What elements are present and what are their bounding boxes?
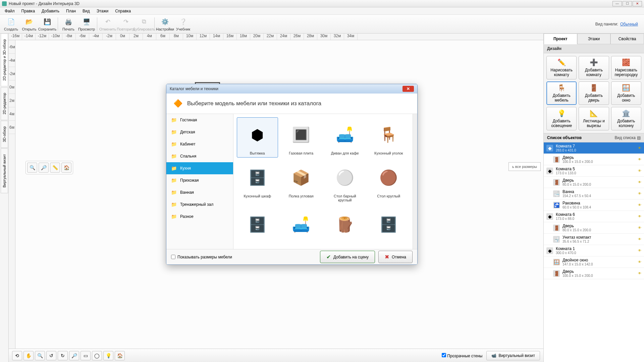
menu-добавить[interactable]: Добавить <box>38 8 63 14</box>
category-list[interactable]: 📁Гостиная📁Детская📁Кабинет📁Спальня📁Кухня📁… <box>166 114 233 249</box>
panel-tab-Проект[interactable]: Проект <box>544 34 577 44</box>
view-tab[interactable]: 2D-редактор <box>1 87 8 120</box>
rotate-right-icon[interactable]: ↻ <box>58 351 68 360</box>
list-mode-label[interactable]: Вид списка <box>615 135 636 140</box>
visibility-icon[interactable]: 👁 <box>638 272 641 275</box>
view-tab[interactable]: 2D-редактор и 3D-обзор <box>1 34 8 86</box>
scrollbar[interactable] <box>413 114 417 249</box>
object-item[interactable]: 🚪Дверь100.0 x 15.0 x 200.0👁 <box>544 154 644 165</box>
measure-icon[interactable]: 📏 <box>50 163 60 173</box>
category-item[interactable]: 📁Тренажерный зал <box>166 198 233 210</box>
view-tab[interactable]: Виртуальный визит <box>1 148 8 193</box>
print-button[interactable]: 🖨️Печать <box>59 16 77 32</box>
select-rect-icon[interactable]: ▭ <box>80 351 91 360</box>
furniture-item[interactable]: 🗄️ <box>237 207 278 243</box>
light-icon[interactable]: 💡 <box>103 351 113 360</box>
visibility-icon[interactable]: 👁 <box>638 215 641 218</box>
menu-правка[interactable]: Правка <box>18 8 39 14</box>
object-item[interactable]: 🚪Дверь100.0 x 15.0 x 200.0👁 <box>544 268 644 279</box>
design-button[interactable]: 🧱Нарисовать перегородку <box>611 56 641 79</box>
settings-button[interactable]: ⚙️Настройки <box>156 16 174 32</box>
virtual-visit-button[interactable]: 📹Виртуальный визит <box>486 351 540 360</box>
transparent-walls-checkbox[interactable]: Прозрачные стены <box>442 353 483 358</box>
furniture-item[interactable]: 🪵 <box>324 207 366 243</box>
visibility-icon[interactable]: 👁 <box>638 169 641 173</box>
object-item[interactable]: 🚪Дверь80.0 x 15.0 x 200.0👁 <box>544 177 644 188</box>
furniture-item[interactable]: 🗄️ <box>368 207 410 243</box>
object-item[interactable]: 🚰Раковина60.0 x 50.0 x 108.4👁 <box>544 199 644 211</box>
furniture-item[interactable]: 🛋️Диван для кафе <box>324 117 366 158</box>
create-button[interactable]: 📄Создать <box>2 16 20 32</box>
rotate-left-icon[interactable]: ↺ <box>46 351 56 360</box>
design-button[interactable]: 🚪Добавить дверь <box>579 81 609 105</box>
category-item[interactable]: 📁Гостиная <box>166 114 233 126</box>
list-mode-icon[interactable]: ▤ <box>637 135 641 140</box>
object-item[interactable]: ◆Комната 6173.0 x 88.0👁 <box>544 211 644 222</box>
home-bottom-icon[interactable]: 🏠 <box>115 351 125 360</box>
dialog-close-button[interactable]: ✕ <box>402 86 414 92</box>
panel-tab-Свойства[interactable]: Свойства <box>610 34 644 44</box>
design-button[interactable]: ✏️Нарисовать комнату <box>546 56 577 79</box>
panel-tab-Этажи[interactable]: Этажи <box>577 34 611 44</box>
duplicate-button[interactable]: ⧉Дублировать <box>135 16 153 32</box>
visibility-icon[interactable]: 👁 <box>638 203 641 207</box>
view-360-icon[interactable]: ⟲ <box>12 351 22 360</box>
category-item[interactable]: 📁Кухня <box>166 162 233 174</box>
menu-файл[interactable]: Файл <box>1 8 18 14</box>
open-button[interactable]: 📂Открыть <box>20 16 38 32</box>
furniture-item[interactable]: 🗄️Кухонный шкаф <box>237 160 278 204</box>
visibility-icon[interactable]: 👁 <box>638 146 641 150</box>
object-item[interactable]: ◆Комната 5173.0 x 133.0👁 <box>544 165 644 177</box>
design-button[interactable]: ➕Добавить комнату <box>579 56 609 79</box>
add-to-scene-button[interactable]: ✔Добавить на сцену <box>320 251 375 263</box>
furniture-item[interactable]: ⚪Стол барный круглый <box>324 160 366 204</box>
zoom-out-icon[interactable]: 🔍 <box>27 163 37 173</box>
design-button[interactable]: 🏛️Добавить колонну <box>611 107 641 130</box>
show-all-sizes-hint[interactable]: ь все размеры <box>508 162 541 171</box>
close-button[interactable]: ✕ <box>633 1 642 6</box>
visibility-icon[interactable]: 👁 <box>638 158 641 161</box>
design-button[interactable]: 📐Лестницы и вырезы <box>579 107 609 130</box>
visibility-icon[interactable]: 👁 <box>638 237 641 241</box>
object-item[interactable]: 🚪Дверь80.0 x 15.0 x 200.0👁 <box>544 222 644 234</box>
visibility-icon[interactable]: 👁 <box>638 226 641 230</box>
save-button[interactable]: 💾Сохранить <box>38 16 56 32</box>
object-item[interactable]: ◆Комната 7283.0 x 431.0👁 <box>544 142 644 154</box>
furniture-item[interactable]: 🛋️ <box>281 207 322 243</box>
design-button[interactable]: 🪑Добавить мебель <box>546 81 577 105</box>
category-item[interactable]: 📁Ванная <box>166 186 233 198</box>
panel-mode-link[interactable]: Обычный <box>620 22 638 26</box>
cancel-button[interactable]: ✖Отмена <box>378 251 413 263</box>
furniture-item[interactable]: ⬢Вытяжка <box>237 117 278 158</box>
tutorial-button[interactable]: ❔Учебник <box>174 16 192 32</box>
menu-вид[interactable]: Вид <box>79 8 93 14</box>
zoom-out-bottom-icon[interactable]: 🔍 <box>35 351 45 360</box>
undo-button[interactable]: ↶Отменить <box>99 16 117 32</box>
zoom-in-bottom-icon[interactable]: 🔎 <box>69 351 79 360</box>
furniture-grid[interactable]: ⬢Вытяжка🔳Газовая плита🛋️Диван для кафе🪑К… <box>233 114 413 249</box>
category-item[interactable]: 📁Прихожая <box>166 174 233 186</box>
category-item[interactable]: 📁Кабинет <box>166 138 233 150</box>
menu-справка[interactable]: Справка <box>112 8 134 14</box>
object-item[interactable]: 🚽Унитаз компакт35.6 x 56.5 x 71.2👁 <box>544 234 644 245</box>
object-item[interactable]: ◆Комната 1300.0 x 470.0👁 <box>544 245 644 256</box>
visibility-icon[interactable]: 👁 <box>638 192 641 195</box>
furniture-item[interactable]: 🟤Стол круглый <box>368 160 410 204</box>
minimize-button[interactable]: — <box>612 1 622 6</box>
maximize-button[interactable]: ☐ <box>623 1 632 6</box>
visibility-icon[interactable]: 👁 <box>638 249 641 252</box>
object-list[interactable]: ◆Комната 7283.0 x 431.0👁🚪Дверь100.0 x 15… <box>544 142 644 362</box>
design-button[interactable]: 💡Добавить освещение <box>546 107 577 130</box>
object-item[interactable]: 🪟Двойное окно147.0 x 15.0 x 142.0👁 <box>544 256 644 268</box>
menu-план[interactable]: План <box>63 8 79 14</box>
furniture-item[interactable]: 🔳Газовая плита <box>281 117 322 158</box>
redo-button[interactable]: ↷Повторить <box>117 16 135 32</box>
furniture-item[interactable]: 📦Полка угловая <box>281 160 322 204</box>
preview-button[interactable]: 🖥️Просмотр <box>77 16 96 32</box>
category-item[interactable]: 📁Разное <box>166 210 233 223</box>
category-item[interactable]: 📁Детская <box>166 126 233 138</box>
furniture-item[interactable]: 🪑Кухонный уголок <box>368 117 410 158</box>
design-button[interactable]: 🪟Добавить окно <box>611 81 641 105</box>
pan-icon[interactable]: ✋ <box>23 351 34 360</box>
category-item[interactable]: 📁Спальня <box>166 150 233 162</box>
